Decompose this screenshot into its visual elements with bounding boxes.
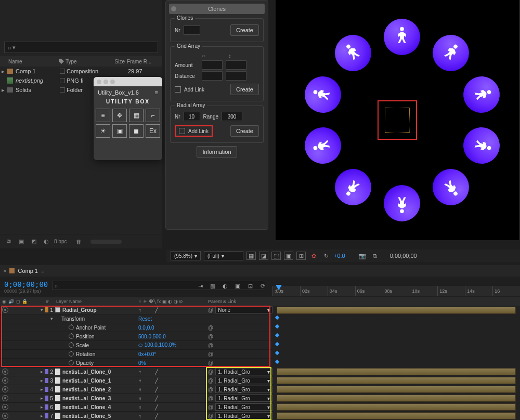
draft3d-icon[interactable]: ⊡	[245, 282, 255, 290]
col-tag[interactable]	[57, 59, 66, 64]
shy-toggle-icon[interactable]: ⇥	[196, 282, 205, 290]
pickwhip-icon[interactable]: @	[208, 369, 213, 375]
grid-distance-x-input[interactable]	[202, 71, 223, 81]
composition-viewer[interactable]	[276, 0, 519, 240]
layer-color-swatch[interactable]	[55, 307, 60, 312]
timeline-tracks[interactable]	[272, 306, 520, 420]
layer-bar[interactable]	[277, 412, 516, 419]
col-name[interactable]: Name	[0, 59, 57, 64]
trash-icon[interactable]: 🗑	[74, 237, 83, 246]
ruler-tick[interactable]: 10s	[410, 286, 437, 296]
tag-swatch[interactable]	[60, 87, 65, 93]
tab-menu-icon[interactable]: ≡	[41, 268, 44, 274]
stopwatch-icon[interactable]	[69, 351, 74, 357]
radial-nr-input[interactable]	[184, 112, 200, 121]
boxes-icon[interactable]: ▣	[112, 124, 127, 138]
grid-amount-y-input[interactable]	[226, 60, 246, 70]
radial-clone-orb[interactable]	[458, 71, 504, 117]
sun-icon[interactable]: ☀	[96, 124, 110, 138]
radial-clone-orb[interactable]	[384, 185, 420, 221]
current-time-indicator[interactable]	[276, 285, 282, 290]
information-button[interactable]: Information	[197, 146, 237, 158]
snapshot-icon[interactable]: 📷	[358, 252, 367, 260]
exposure-value[interactable]: +0.0	[334, 253, 345, 259]
graph-editor-icon[interactable]: ▣	[233, 282, 242, 290]
col-type[interactable]: Type	[66, 59, 102, 64]
parent-dropdown[interactable]: None▾	[215, 306, 272, 313]
zoom-dropdown[interactable]: (95.8%)▾	[171, 251, 201, 260]
resolution-dropdown[interactable]: (Full)▾	[204, 251, 243, 260]
radial-clone-orb[interactable]	[328, 162, 379, 213]
keyframe-marker[interactable]	[275, 333, 279, 337]
parent-dropdown[interactable]: 1. Radial_Gro▾	[215, 412, 272, 419]
pickwhip-icon[interactable]: @	[208, 378, 213, 384]
parent-col[interactable]: Parent & Link	[206, 299, 272, 304]
pickwhip-icon[interactable]: @	[208, 334, 213, 339]
ruler-tick[interactable]: 14s	[465, 286, 492, 296]
new-comp-icon[interactable]: ◩	[29, 237, 38, 246]
tab-comp1[interactable]: Comp 1 ≡	[9, 268, 44, 274]
keyframe-marker[interactable]	[275, 351, 279, 355]
adjust-icon[interactable]: ◐	[42, 237, 51, 246]
clones-panel-title[interactable]: Clones	[169, 4, 265, 14]
stopwatch-icon[interactable]	[69, 325, 74, 330]
ruler-tick[interactable]: 12s	[437, 286, 465, 296]
radial-create-button[interactable]: Create	[230, 125, 259, 137]
motion-blur-toggle-icon[interactable]: ◐	[220, 282, 230, 290]
layer-bar[interactable]	[277, 368, 516, 375]
visibility-icon[interactable]	[2, 307, 8, 313]
radial-clone-orb[interactable]	[426, 162, 477, 213]
time-ruler[interactable]: :00s02s04s06s08s10s12s14s16	[272, 286, 520, 296]
safe-zones-icon[interactable]: ▣	[284, 252, 293, 260]
visibility-icon[interactable]	[2, 395, 8, 401]
reset-exposure-icon[interactable]: ↻	[321, 252, 331, 260]
thumbnail-slider[interactable]	[90, 240, 122, 244]
parent-dropdown[interactable]: 1. Radial_Gro▾	[215, 368, 272, 375]
preview-timecode[interactable]: 0;00;00;00	[390, 253, 417, 259]
bit-depth[interactable]: 8 bpc	[54, 239, 67, 244]
show-snapshot-icon[interactable]: ⧉	[370, 252, 380, 260]
frame-blend-icon[interactable]: ▧	[208, 282, 217, 290]
stopwatch-icon[interactable]	[69, 343, 74, 348]
solo-col-icon[interactable]: ◻	[16, 299, 20, 304]
mask-toggle-icon[interactable]: ◪	[259, 252, 268, 260]
audio-col-icon[interactable]: 🔊	[8, 299, 14, 304]
layer-bar[interactable]	[277, 403, 516, 411]
anchor-icon[interactable]: ✥	[112, 109, 127, 122]
window-min-icon[interactable]	[103, 80, 108, 84]
stopwatch-icon[interactable]	[69, 334, 74, 339]
render-icon[interactable]: ⟳	[258, 282, 267, 290]
pickwhip-icon[interactable]: @	[208, 307, 213, 313]
keyframe-marker[interactable]	[275, 360, 279, 364]
index-col[interactable]: #	[41, 299, 54, 304]
radial-clone-orb[interactable]	[328, 28, 379, 78]
ex-icon[interactable]: Ex	[146, 124, 160, 138]
tag-swatch[interactable]	[60, 69, 65, 74]
layer-bar[interactable]	[277, 377, 516, 384]
close-tab-icon[interactable]: ×	[3, 268, 6, 274]
stopwatch-icon[interactable]	[69, 360, 74, 365]
grid-distance-y-input[interactable]	[226, 71, 246, 81]
pickwhip-icon[interactable]: @	[208, 343, 213, 348]
keyframe-marker[interactable]	[275, 316, 279, 320]
corner-icon[interactable]: ⌐	[146, 109, 160, 122]
radial-clone-orb[interactable]	[458, 123, 504, 168]
grid-icon[interactable]: ▦	[129, 109, 144, 122]
ruler-tick[interactable]: 04s	[328, 286, 355, 296]
camera-icon[interactable]: ◼	[129, 124, 144, 138]
radial-addlink-checkbox[interactable]	[179, 128, 185, 134]
parent-dropdown[interactable]: 1. Radial_Gro▾	[215, 403, 272, 411]
window-close-icon[interactable]	[97, 80, 101, 84]
keyframe-marker[interactable]	[275, 324, 279, 329]
project-item[interactable]: ▸Comp 1Composition29.97	[0, 67, 162, 76]
layer-bar[interactable]	[277, 395, 516, 402]
parent-dropdown[interactable]: 1. Radial_Gro▾	[215, 395, 272, 402]
ruler-tick[interactable]: 08s	[383, 286, 410, 296]
switches-col[interactable]: ♀ ✳ �╲ fx ▣ ◐ ◑ ⊘	[136, 299, 206, 304]
visibility-icon[interactable]	[2, 369, 8, 375]
project-search-input[interactable]: ⌕▾	[4, 42, 158, 53]
layer-bar[interactable]	[277, 386, 516, 393]
col-framerate[interactable]: Frame R...	[127, 59, 162, 64]
grid-amount-x-input[interactable]	[202, 60, 223, 70]
tag-swatch[interactable]	[60, 78, 65, 83]
